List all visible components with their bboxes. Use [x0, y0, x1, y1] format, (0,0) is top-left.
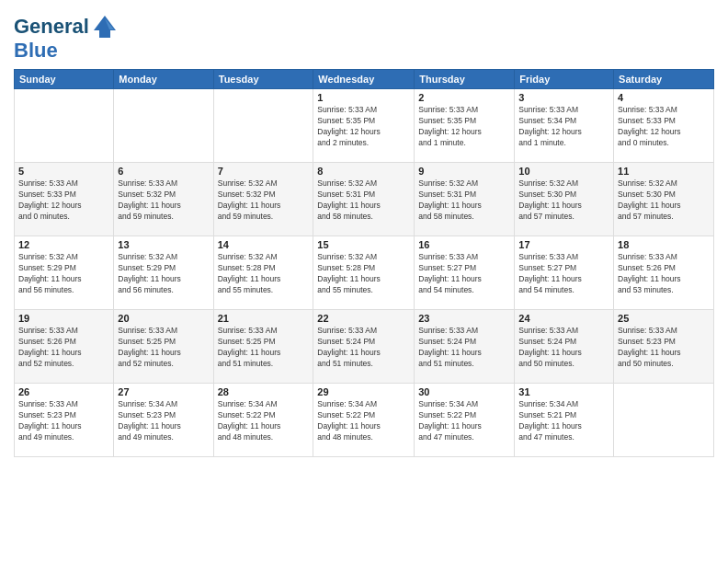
cell-info: Sunrise: 5:32 AM Sunset: 5:31 PM Dayligh…: [418, 178, 510, 223]
calendar-cell: 6Sunrise: 5:33 AM Sunset: 5:32 PM Daylig…: [114, 163, 213, 236]
cell-info: Sunrise: 5:34 AM Sunset: 5:21 PM Dayligh…: [518, 399, 609, 443]
cell-info: Sunrise: 5:33 AM Sunset: 5:26 PM Dayligh…: [618, 252, 710, 296]
cell-info: Sunrise: 5:33 AM Sunset: 5:26 PM Dayligh…: [18, 326, 109, 370]
day-number: 29: [317, 386, 410, 397]
day-number: 20: [118, 313, 209, 324]
calendar-cell: 10Sunrise: 5:32 AM Sunset: 5:30 PM Dayli…: [515, 163, 614, 236]
calendar-cell: 29Sunrise: 5:34 AM Sunset: 5:22 PM Dayli…: [313, 384, 415, 457]
cell-info: Sunrise: 5:33 AM Sunset: 5:34 PM Dayligh…: [518, 105, 609, 149]
calendar-week-row: 12Sunrise: 5:32 AM Sunset: 5:29 PM Dayli…: [15, 236, 714, 310]
calendar-cell: 20Sunrise: 5:33 AM Sunset: 5:25 PM Dayli…: [114, 310, 213, 384]
cell-info: Sunrise: 5:32 AM Sunset: 5:31 PM Dayligh…: [317, 178, 410, 223]
weekday-header: Monday: [114, 70, 213, 89]
day-number: 21: [218, 313, 310, 324]
day-number: 6: [118, 166, 209, 177]
calendar-cell: 25Sunrise: 5:33 AM Sunset: 5:23 PM Dayli…: [614, 310, 714, 384]
cell-info: Sunrise: 5:32 AM Sunset: 5:30 PM Dayligh…: [618, 178, 710, 223]
logo-text: General: [14, 16, 89, 38]
calendar-week-row: 19Sunrise: 5:33 AM Sunset: 5:26 PM Dayli…: [15, 310, 714, 384]
calendar-week-row: 1Sunrise: 5:33 AM Sunset: 5:35 PM Daylig…: [15, 89, 714, 163]
header: General Blue: [14, 9, 714, 62]
calendar-cell: 27Sunrise: 5:34 AM Sunset: 5:23 PM Dayli…: [114, 384, 213, 457]
calendar-cell: 2Sunrise: 5:33 AM Sunset: 5:35 PM Daylig…: [415, 89, 515, 163]
cell-info: Sunrise: 5:34 AM Sunset: 5:22 PM Dayligh…: [418, 399, 510, 443]
cell-info: Sunrise: 5:33 AM Sunset: 5:27 PM Dayligh…: [518, 252, 609, 296]
calendar-cell: 5Sunrise: 5:33 AM Sunset: 5:33 PM Daylig…: [15, 163, 114, 236]
calendar-header-row: SundayMondayTuesdayWednesdayThursdayFrid…: [15, 70, 714, 89]
weekday-header: Wednesday: [313, 70, 415, 89]
calendar-cell: 12Sunrise: 5:32 AM Sunset: 5:29 PM Dayli…: [15, 236, 114, 310]
svg-marker-0: [94, 16, 116, 38]
cell-info: Sunrise: 5:33 AM Sunset: 5:35 PM Dayligh…: [317, 105, 410, 149]
weekday-header: Friday: [515, 70, 614, 89]
weekday-header: Saturday: [614, 70, 714, 89]
day-number: 7: [218, 166, 310, 177]
calendar-cell: 16Sunrise: 5:33 AM Sunset: 5:27 PM Dayli…: [415, 236, 515, 310]
calendar-cell: 21Sunrise: 5:33 AM Sunset: 5:25 PM Dayli…: [213, 310, 313, 384]
logo: General Blue: [14, 14, 118, 62]
cell-info: Sunrise: 5:33 AM Sunset: 5:33 PM Dayligh…: [618, 105, 710, 149]
day-number: 27: [118, 386, 209, 397]
day-number: 2: [418, 92, 510, 103]
cell-info: Sunrise: 5:33 AM Sunset: 5:25 PM Dayligh…: [218, 326, 310, 370]
logo-text-blue: Blue: [14, 39, 58, 62]
day-number: 13: [118, 239, 209, 250]
weekday-header: Thursday: [415, 70, 515, 89]
calendar-cell: 30Sunrise: 5:34 AM Sunset: 5:22 PM Dayli…: [415, 384, 515, 457]
calendar-week-row: 26Sunrise: 5:33 AM Sunset: 5:23 PM Dayli…: [15, 384, 714, 457]
day-number: 4: [618, 92, 710, 103]
calendar-cell: 9Sunrise: 5:32 AM Sunset: 5:31 PM Daylig…: [415, 163, 515, 236]
day-number: 10: [518, 166, 609, 177]
day-number: 31: [518, 386, 609, 397]
day-number: 22: [317, 313, 410, 324]
day-number: 18: [618, 239, 710, 250]
calendar-cell: [614, 384, 714, 457]
cell-info: Sunrise: 5:32 AM Sunset: 5:32 PM Dayligh…: [218, 178, 310, 223]
cell-info: Sunrise: 5:33 AM Sunset: 5:32 PM Dayligh…: [118, 178, 209, 223]
day-number: 25: [618, 313, 710, 324]
calendar-cell: 28Sunrise: 5:34 AM Sunset: 5:22 PM Dayli…: [213, 384, 313, 457]
calendar-cell: 1Sunrise: 5:33 AM Sunset: 5:35 PM Daylig…: [313, 89, 415, 163]
day-number: 19: [18, 313, 109, 324]
day-number: 11: [618, 166, 710, 177]
cell-info: Sunrise: 5:32 AM Sunset: 5:28 PM Dayligh…: [317, 252, 410, 296]
day-number: 14: [218, 239, 310, 250]
calendar-cell: 31Sunrise: 5:34 AM Sunset: 5:21 PM Dayli…: [515, 384, 614, 457]
cell-info: Sunrise: 5:32 AM Sunset: 5:30 PM Dayligh…: [518, 178, 609, 223]
cell-info: Sunrise: 5:33 AM Sunset: 5:24 PM Dayligh…: [317, 326, 410, 370]
cell-info: Sunrise: 5:34 AM Sunset: 5:23 PM Dayligh…: [118, 399, 209, 443]
cell-info: Sunrise: 5:34 AM Sunset: 5:22 PM Dayligh…: [317, 399, 410, 443]
day-number: 16: [418, 239, 510, 250]
day-number: 12: [18, 239, 109, 250]
cell-info: Sunrise: 5:33 AM Sunset: 5:33 PM Dayligh…: [18, 178, 109, 223]
cell-info: Sunrise: 5:33 AM Sunset: 5:24 PM Dayligh…: [418, 326, 510, 370]
calendar: SundayMondayTuesdayWednesdayThursdayFrid…: [14, 69, 714, 457]
cell-info: Sunrise: 5:33 AM Sunset: 5:23 PM Dayligh…: [618, 326, 710, 370]
calendar-cell: 7Sunrise: 5:32 AM Sunset: 5:32 PM Daylig…: [213, 163, 313, 236]
weekday-header: Tuesday: [213, 70, 313, 89]
page: General Blue SundayMondayTuesdayWednesda…: [0, 0, 728, 563]
cell-info: Sunrise: 5:32 AM Sunset: 5:29 PM Dayligh…: [18, 252, 109, 296]
day-number: 1: [317, 92, 410, 103]
calendar-cell: [15, 89, 114, 163]
day-number: 5: [18, 166, 109, 177]
calendar-cell: 8Sunrise: 5:32 AM Sunset: 5:31 PM Daylig…: [313, 163, 415, 236]
day-number: 3: [518, 92, 609, 103]
cell-info: Sunrise: 5:33 AM Sunset: 5:27 PM Dayligh…: [418, 252, 510, 296]
calendar-cell: 23Sunrise: 5:33 AM Sunset: 5:24 PM Dayli…: [415, 310, 515, 384]
calendar-cell: [114, 89, 213, 163]
day-number: 17: [518, 239, 609, 250]
cell-info: Sunrise: 5:33 AM Sunset: 5:25 PM Dayligh…: [118, 326, 209, 370]
day-number: 26: [18, 386, 109, 397]
calendar-cell: [213, 89, 313, 163]
day-number: 15: [317, 239, 410, 250]
calendar-cell: 22Sunrise: 5:33 AM Sunset: 5:24 PM Dayli…: [313, 310, 415, 384]
calendar-cell: 3Sunrise: 5:33 AM Sunset: 5:34 PM Daylig…: [515, 89, 614, 163]
calendar-cell: 14Sunrise: 5:32 AM Sunset: 5:28 PM Dayli…: [213, 236, 313, 310]
calendar-cell: 11Sunrise: 5:32 AM Sunset: 5:30 PM Dayli…: [614, 163, 714, 236]
logo-icon: [92, 14, 118, 40]
calendar-cell: 26Sunrise: 5:33 AM Sunset: 5:23 PM Dayli…: [15, 384, 114, 457]
weekday-header: Sunday: [15, 70, 114, 89]
calendar-cell: 19Sunrise: 5:33 AM Sunset: 5:26 PM Dayli…: [15, 310, 114, 384]
cell-info: Sunrise: 5:33 AM Sunset: 5:35 PM Dayligh…: [418, 105, 510, 149]
